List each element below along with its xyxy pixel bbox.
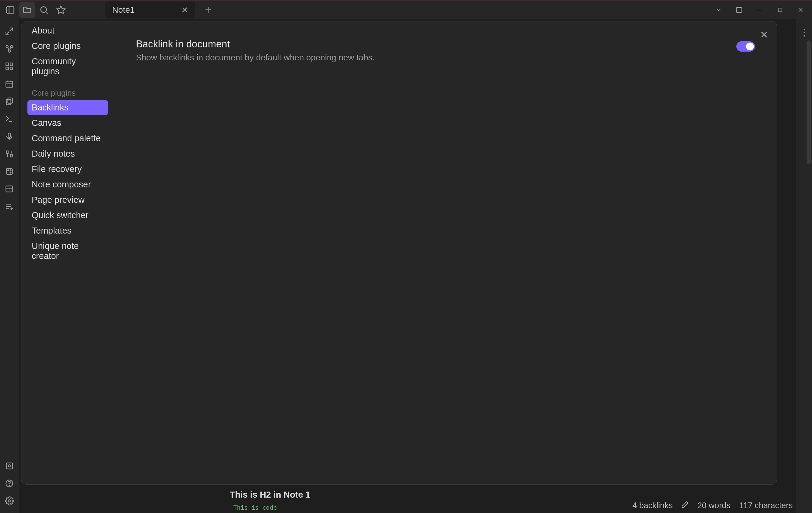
backlink-in-document-toggle[interactable]: [736, 41, 755, 52]
svg-rect-18: [6, 67, 9, 70]
status-chars[interactable]: 117 characters: [739, 501, 793, 510]
svg-rect-20: [6, 81, 13, 87]
help-icon[interactable]: [3, 477, 16, 489]
settings-nav-item[interactable]: Canvas: [27, 115, 108, 130]
svg-point-36: [10, 169, 11, 171]
settings-nav-item[interactable]: Templates: [27, 223, 108, 238]
more-icon[interactable]: ⋮: [799, 27, 809, 38]
scrollbar[interactable]: [807, 40, 811, 164]
status-words[interactable]: 20 words: [697, 501, 731, 510]
vault-icon[interactable]: [3, 460, 16, 472]
window-minimize-button[interactable]: [751, 3, 768, 17]
close-icon[interactable]: ✕: [760, 29, 768, 41]
calendar-icon[interactable]: [3, 78, 16, 90]
svg-rect-44: [6, 463, 12, 469]
document-code: This is code: [233, 504, 277, 511]
svg-point-47: [9, 485, 10, 486]
settings-nav-item[interactable]: Core plugins: [27, 38, 108, 53]
svg-rect-0: [7, 7, 14, 13]
svg-rect-24: [8, 98, 12, 104]
svg-rect-5: [736, 7, 742, 12]
svg-point-48: [8, 500, 10, 502]
settings-pane: ✕ Backlink in document Show backlinks in…: [114, 21, 777, 484]
svg-point-45: [8, 465, 10, 467]
svg-rect-25: [6, 100, 11, 105]
search-icon[interactable]: [36, 2, 52, 18]
settings-nav-item[interactable]: File recovery: [27, 162, 108, 177]
quick-open-icon[interactable]: [3, 25, 16, 37]
svg-marker-4: [57, 6, 65, 14]
close-icon[interactable]: ✕: [181, 5, 188, 15]
svg-rect-29: [6, 151, 8, 154]
setting-title: Backlink in document: [136, 38, 375, 50]
new-tab-button[interactable]: +: [200, 4, 216, 16]
svg-rect-19: [10, 67, 13, 70]
setting-description: Show backlinks in document by default wh…: [136, 53, 375, 62]
tab-note1[interactable]: Note1 ✕: [105, 1, 195, 19]
titlebar: Note1 ✕ +: [0, 0, 812, 19]
svg-rect-16: [6, 63, 9, 66]
ribbon: [0, 19, 19, 513]
document-heading: This is H2 in Note 1: [230, 490, 311, 500]
settings-nav-item[interactable]: Unique note creator: [27, 239, 108, 264]
settings-nav-item[interactable]: Backlinks: [27, 100, 108, 115]
pencil-icon[interactable]: [681, 501, 689, 511]
settings-nav-item[interactable]: About: [27, 23, 108, 38]
svg-rect-17: [10, 63, 13, 66]
settings-nav-item[interactable]: Page preview: [27, 192, 108, 207]
svg-line-15: [10, 47, 11, 50]
microphone-icon[interactable]: [3, 130, 16, 142]
terminal-icon[interactable]: [3, 113, 16, 125]
svg-rect-8: [778, 8, 782, 12]
svg-rect-30: [10, 154, 12, 157]
canvas-icon[interactable]: [3, 60, 16, 73]
svg-rect-33: [6, 168, 12, 174]
graph-icon[interactable]: [3, 43, 16, 55]
chevron-down-icon[interactable]: [709, 3, 728, 17]
settings-nav-item[interactable]: Quick switcher: [27, 208, 108, 223]
settings-nav-item[interactable]: Community plugins: [27, 54, 108, 79]
svg-point-13: [8, 50, 10, 53]
svg-line-14: [8, 47, 9, 50]
folder-icon[interactable]: [19, 2, 35, 18]
dice-icon[interactable]: [3, 165, 16, 178]
svg-point-2: [41, 7, 47, 12]
status-bar: 4 backlinks 20 words 117 characters: [632, 501, 793, 511]
svg-rect-37: [6, 186, 13, 192]
settings-modal: AboutCore pluginsCommunity pluginsCore p…: [21, 21, 777, 485]
svg-point-35: [10, 172, 11, 173]
left-sidebar-toggle-icon[interactable]: [2, 2, 18, 18]
window-close-button[interactable]: [791, 3, 810, 17]
gear-icon[interactable]: [3, 495, 16, 507]
layout-icon[interactable]: [3, 183, 16, 195]
svg-point-34: [7, 169, 9, 171]
files-icon[interactable]: [3, 96, 16, 107]
svg-line-3: [46, 12, 48, 14]
settings-nav-item[interactable]: Daily notes: [27, 146, 108, 161]
svg-rect-27: [8, 133, 10, 138]
settings-nav-item[interactable]: Command palette: [27, 131, 108, 146]
list-plus-icon[interactable]: [3, 200, 16, 212]
settings-nav[interactable]: AboutCore pluginsCommunity pluginsCore p…: [21, 21, 114, 484]
right-sidebar-toggle-icon[interactable]: [730, 3, 748, 17]
window-maximize-button[interactable]: [771, 3, 789, 17]
settings-nav-item[interactable]: Note composer: [27, 177, 108, 192]
binary-icon[interactable]: [3, 148, 16, 160]
star-icon[interactable]: [53, 2, 69, 18]
status-backlinks[interactable]: 4 backlinks: [632, 501, 673, 510]
settings-section-heading: Core plugins: [27, 79, 108, 100]
tab-title: Note1: [112, 5, 135, 15]
